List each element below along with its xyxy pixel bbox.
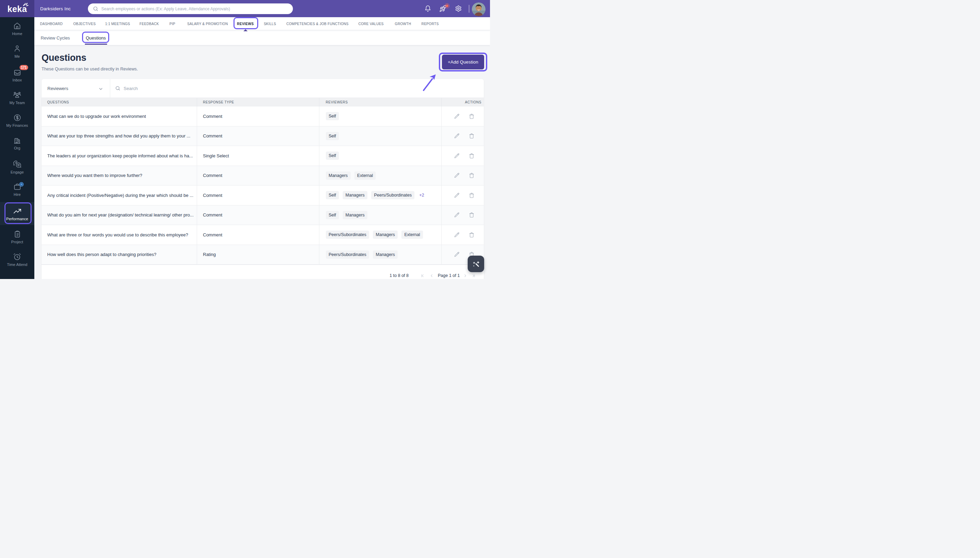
sidebar-item-org[interactable]: Org <box>0 131 34 154</box>
add-question-button[interactable]: +Add Question <box>442 55 484 69</box>
edit-question-button[interactable] <box>454 172 460 178</box>
sidebar-item-home[interactable]: Home <box>0 17 34 40</box>
edit-question-button[interactable] <box>454 192 460 198</box>
subtab-questions[interactable]: Questions <box>86 30 106 45</box>
reviewer-chip: External <box>401 231 423 239</box>
notifications-button[interactable] <box>424 0 432 17</box>
tab-salary-promotion[interactable]: SALARY & PROMOTION <box>187 17 227 30</box>
question-text: What do you aim for next year (designati… <box>47 212 194 218</box>
sidebar-item-label: My Team <box>9 101 25 105</box>
response-type-cell: Comment <box>197 126 319 146</box>
question-text: What can we do to upgrade our work envir… <box>47 114 146 119</box>
reviewers-cell: ManagersExternal <box>319 166 441 185</box>
sidebar-item-label: Engage <box>11 170 24 174</box>
header-divider <box>469 5 470 13</box>
sidebar-item-hire[interactable]: Hire <box>0 178 34 201</box>
last-page-button[interactable] <box>471 274 476 278</box>
question-text: Where would you want them to improve fur… <box>47 173 142 178</box>
delete-question-button[interactable] <box>469 232 474 238</box>
avatar[interactable] <box>472 2 486 16</box>
subtab-review-cycles[interactable]: Review Cycles <box>41 30 70 45</box>
edit-question-button[interactable] <box>454 113 460 119</box>
tab-reviews[interactable]: REVIEWS <box>237 17 254 30</box>
question-text: What are three or four words you would u… <box>47 232 188 238</box>
question-cell: The leaders at your organization keep pe… <box>41 146 197 166</box>
tab-1-1-meetings[interactable]: 1:1 MEETINGS <box>105 17 130 30</box>
table-search-input[interactable] <box>124 86 484 91</box>
first-page-button[interactable] <box>420 274 425 278</box>
question-text: The leaders at your organization keep pe… <box>47 153 193 158</box>
last-page-icon <box>471 274 476 278</box>
settings-button[interactable] <box>454 0 463 17</box>
extra-reviewers-count[interactable]: +2 <box>419 193 424 198</box>
global-search-input[interactable] <box>101 7 293 11</box>
pagination-bar: 1 to 8 of 8 Page 1 of 1 <box>41 264 484 279</box>
column-header-response-type: RESPONSE TYPE <box>197 98 319 107</box>
reviewer-chip: Self <box>326 211 339 219</box>
table-row: What are three or four words you would u… <box>41 225 484 245</box>
reviewers-cell: Peers/SubordinatesManagersExternal <box>319 225 441 245</box>
actions-cell <box>441 205 484 225</box>
sidebar-item-my-team[interactable]: My Team <box>0 86 34 109</box>
question-text: How well does this person adapt to chang… <box>47 252 157 257</box>
sidebar-item-my-finances[interactable]: My Finances <box>0 108 34 131</box>
table-search[interactable] <box>110 79 484 98</box>
response-type-cell: Comment <box>197 185 319 205</box>
tab-objectives[interactable]: OBJECTIVES <box>73 17 95 30</box>
global-search[interactable] <box>88 3 293 14</box>
active-tab-caret <box>244 29 247 31</box>
next-page-button[interactable] <box>463 274 467 278</box>
tab-skills[interactable]: SKILLS <box>264 17 276 30</box>
tab-competencies-job-functions[interactable]: COMPETENCIES & JOB FUNCTIONS <box>286 17 348 30</box>
edit-question-button[interactable] <box>454 212 460 218</box>
tab-dashboard[interactable]: DASHBOARD <box>40 17 62 30</box>
table-row: What can we do to upgrade our work envir… <box>41 107 484 126</box>
pagination-range: 1 to 8 of 8 <box>389 273 409 278</box>
sidebar-item-time-attend[interactable]: Time Attend <box>0 248 34 271</box>
actions-cell <box>441 185 484 205</box>
edit-question-button[interactable] <box>454 133 460 139</box>
alarm-clock-icon <box>13 253 21 261</box>
questions-card: Reviewers QUESTIONS RESPONSE TYPE REVIEW… <box>41 79 484 279</box>
reviewers-cell: Self <box>319 146 441 166</box>
actions-cell <box>441 126 484 146</box>
delete-question-button[interactable] <box>469 192 474 198</box>
keka-logo[interactable]: keka <box>0 0 34 17</box>
sidebar-item-engage[interactable]: Engage <box>0 155 34 178</box>
delete-question-button[interactable] <box>469 133 474 139</box>
table-row: How well does this person adapt to chang… <box>41 245 484 265</box>
sidebar-item-project[interactable]: Project <box>0 225 34 248</box>
delete-question-button[interactable] <box>469 212 474 218</box>
sidebar-item-inbox[interactable]: Inbox171 <box>0 63 34 86</box>
reviewer-chip: Managers <box>373 231 398 239</box>
sidebar-item-me[interactable]: Me <box>0 39 34 62</box>
previous-page-button[interactable] <box>430 274 434 278</box>
tab-pip[interactable]: PIP <box>169 17 175 30</box>
tab-growth[interactable]: GROWTH <box>395 17 411 30</box>
tab-core-values[interactable]: CORE VALUES <box>358 17 384 30</box>
sidebar-item-label: Time Attend <box>7 263 27 267</box>
response-type-cell: Comment <box>197 107 319 126</box>
delete-question-button[interactable] <box>469 113 474 119</box>
assistant-fab[interactable] <box>468 256 484 272</box>
sidebar-item-performance[interactable]: Performance <box>0 202 34 225</box>
tab-reports[interactable]: REPORTS <box>421 17 438 30</box>
reviewers-cell: Peers/SubordinatesManagers <box>319 245 441 264</box>
delete-question-button[interactable] <box>469 172 474 178</box>
dollar-circle-icon <box>13 114 21 121</box>
response-type-cell: Rating <box>197 245 319 264</box>
sidebar-item-label: Hire <box>14 192 21 197</box>
delete-question-button[interactable] <box>469 153 474 159</box>
reviewer-chip: Managers <box>343 211 368 219</box>
reviewers-filter-dropdown[interactable]: Reviewers <box>41 79 110 98</box>
edit-question-button[interactable] <box>454 232 460 238</box>
sidebar-item-label: My Finances <box>6 123 28 128</box>
reviewers-filter-label: Reviewers <box>47 86 68 91</box>
user-icon <box>13 45 21 52</box>
tab-feedback[interactable]: FEEDBACK <box>139 17 159 30</box>
edit-question-button[interactable] <box>454 251 460 258</box>
whats-new-button[interactable] <box>438 0 447 17</box>
next-page-icon <box>463 274 467 278</box>
logo-spark-icon <box>23 3 28 8</box>
edit-question-button[interactable] <box>454 153 460 159</box>
